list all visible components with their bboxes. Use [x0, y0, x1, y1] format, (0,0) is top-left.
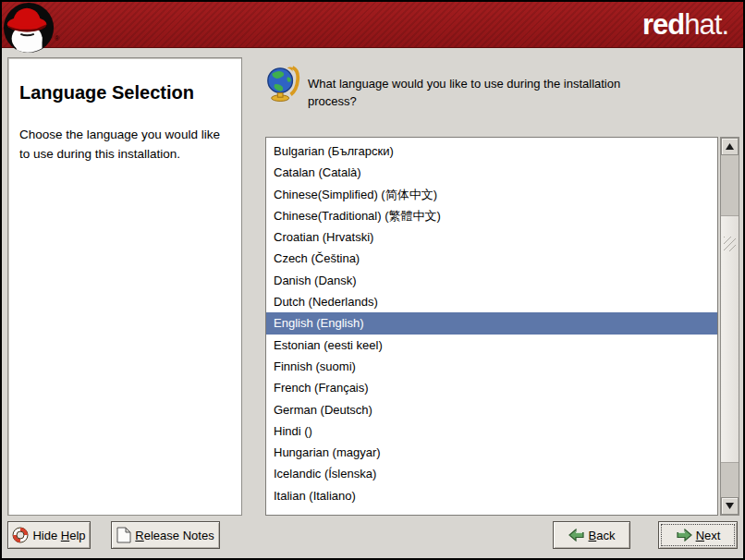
redhat-wordmark: redhat.	[642, 8, 728, 42]
list-item-label: Czech (Čeština)	[274, 251, 360, 265]
release-notes-label: Release Notes	[135, 529, 214, 542]
list-item-label: Dutch (Nederlands)	[274, 295, 378, 309]
list-item-label: Bulgarian (Български)	[274, 144, 394, 158]
scroll-up-arrow-icon[interactable]	[721, 138, 739, 155]
next-button[interactable]: Next	[658, 521, 738, 549]
list-item[interactable]: Icelandic (Íslenska)	[266, 463, 717, 484]
list-item[interactable]: Dutch (Nederlands)	[266, 291, 717, 312]
list-item[interactable]: Estonian (eesti keel)	[266, 335, 717, 356]
question-text: What language would you like to use duri…	[308, 76, 652, 111]
registered-trademark: ®	[55, 35, 59, 42]
list-item-label: Chinese(Simplified) (简体中文)	[274, 188, 437, 201]
scrollbar-trough-bottom[interactable]	[721, 462, 739, 497]
hide-help-label: Hide Help	[32, 529, 85, 542]
list-item-label: German (Deutsch)	[274, 403, 372, 417]
list-item[interactable]: Hungarian (magyar)	[266, 442, 717, 463]
list-item-label: Danish (Dansk)	[274, 274, 357, 287]
list-item-label: Croatian (Hrvatski)	[274, 230, 373, 244]
scroll-down-arrow-icon[interactable]	[721, 497, 739, 515]
footer-bar: Hide Help Release Notes Back Next	[2, 516, 743, 558]
installer-window: redhat. ® Language Selection Choose the …	[0, 0, 745, 560]
list-item-label: Finnish (suomi)	[274, 359, 356, 373]
list-item[interactable]: Danish (Dansk)	[266, 270, 717, 291]
list-scrollbar[interactable]	[720, 137, 739, 516]
help-text: Choose the language you would like to us…	[19, 126, 230, 164]
list-item-label: Hindi ()	[274, 424, 312, 438]
language-list[interactable]: Bulgarian (Български) Catalan (Català) C…	[265, 137, 718, 516]
document-icon	[116, 527, 131, 543]
list-item[interactable]: German (Deutsch)	[266, 399, 717, 420]
hide-help-button[interactable]: Hide Help	[7, 521, 91, 549]
list-item[interactable]: Croatian (Hrvatski)	[266, 226, 717, 248]
arrow-left-icon	[568, 529, 585, 542]
title-banner: redhat.	[2, 2, 743, 48]
list-item[interactable]: Czech (Čeština)	[266, 248, 717, 269]
list-item-label: Hungarian (magyar)	[274, 445, 381, 459]
list-item[interactable]: English (English)	[266, 312, 717, 334]
wordmark-light: hat.	[684, 8, 728, 41]
list-item-label: Italian (Italiano)	[274, 489, 356, 503]
scrollbar-grip-icon	[724, 237, 736, 251]
page-title: Language Selection	[19, 82, 230, 103]
list-item[interactable]: French (Français)	[266, 377, 717, 398]
list-item-label: English (English)	[274, 316, 364, 330]
help-panel: Language Selection Choose the language y…	[7, 57, 242, 516]
list-item-label: Icelandic (Íslenska)	[274, 467, 376, 481]
arrow-right-icon	[676, 529, 692, 542]
scrollbar-thumb[interactable]	[721, 216, 739, 462]
wordmark-bold: red	[642, 8, 684, 41]
globe-icon	[265, 65, 300, 102]
list-item[interactable]: Hindi ()	[266, 420, 717, 442]
back-label: Back	[589, 529, 616, 542]
list-item[interactable]: Chinese(Simplified) (简体中文)	[266, 184, 717, 205]
lifebuoy-help-icon	[12, 527, 29, 543]
list-item-label: Catalan (Català)	[274, 165, 361, 179]
list-item[interactable]: Chinese(Traditional) (繁體中文)	[266, 205, 717, 226]
back-button[interactable]: Back	[553, 521, 630, 549]
redhat-shadowman-logo-icon	[3, 2, 56, 55]
release-notes-button[interactable]: Release Notes	[111, 521, 220, 549]
list-item-label: Estonian (eesti keel)	[274, 338, 383, 352]
list-item-label: Chinese(Traditional) (繁體中文)	[274, 209, 441, 223]
list-item[interactable]: Bulgarian (Български)	[266, 140, 717, 162]
scrollbar-trough-top[interactable]	[721, 155, 739, 216]
list-item[interactable]: Italian (Italiano)	[266, 485, 717, 506]
list-item-label: French (Français)	[274, 381, 369, 395]
list-item[interactable]: Catalan (Català)	[266, 162, 717, 183]
next-label: Next	[696, 529, 721, 542]
list-item[interactable]: Finnish (suomi)	[266, 356, 717, 377]
